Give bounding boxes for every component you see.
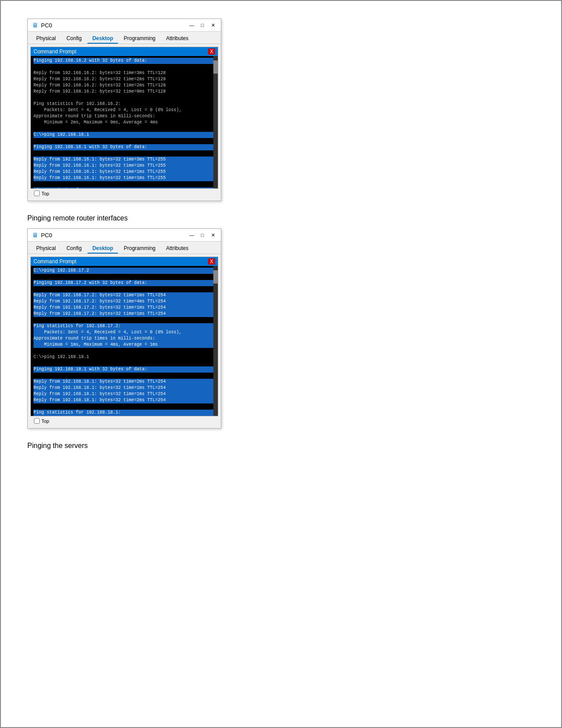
titlebar-second: 🖥 PC0 — □ ✕ [28,229,221,242]
cmd-line: Approximate round trip times in milli-se… [33,336,215,342]
window-content-first: Command Prompt X Pinging 192.168.16.2 wi… [28,44,221,201]
minimize-btn-first[interactable]: — [188,22,195,29]
cmd-titlebar-first: Command Prompt X [31,47,218,56]
top-checkbox-second[interactable]: Top [34,418,49,424]
close-btn-second[interactable]: ✕ [209,231,216,239]
cmd-line: Pinging 192.168.16.1 with 32 bytes of da… [33,144,215,150]
cmd-line: Minimum = 1ms, Maximum = 4ms, Average = … [33,342,215,348]
cmd-line [33,286,215,292]
section-label-1: Pinging remote router interfaces [27,214,535,222]
cmd-line [33,403,215,410]
section-label-2: Pinging the servers [27,442,535,450]
cmd-line: Packets: Sent = 4, Received = 4, Lost = … [33,329,215,336]
cmd-line: Reply from 192.168.18.1: bytes=32 time=2… [33,379,215,385]
window-controls-first: — □ ✕ [188,22,216,29]
cmd-title-text-first: Command Prompt [33,49,76,55]
window-pc0-first: 🖥 PC0 — □ ✕ Physical Config Desktop Prog… [27,19,221,201]
tab-programming-second[interactable]: Programming [119,243,160,254]
tab-desktop-first[interactable]: Desktop [87,34,118,44]
cmd-close-second[interactable]: X [208,258,215,265]
cmd-line: Reply from 192.168.17.2: bytes=32 time=1… [33,305,215,311]
window-controls-second: — □ ✕ [188,231,216,239]
cmd-window-first: Command Prompt X Pinging 192.168.16.2 wi… [30,47,218,189]
window-title-first: PC0 [41,22,52,29]
cmd-line: Reply from 192.168.17.2: bytes=32 time=4… [33,299,215,305]
cmd-line [33,150,215,157]
cmd-body-first[interactable]: Pinging 192.168.16.2 with 32 bytes of da… [31,56,218,188]
title-left-second: 🖥 PC0 [32,231,52,239]
maximize-btn-second[interactable]: □ [199,231,206,239]
cmd-line [33,373,215,379]
cmd-line: C:\>ping 192.168.17.2 [33,268,215,274]
window-content-second: Command Prompt X C:\>ping 192.168.17.2 P… [28,254,221,428]
tab-config-first[interactable]: Config [62,34,87,44]
tabs-first: Physical Config Desktop Programming Attr… [28,32,221,44]
cmd-line [33,138,215,144]
top-checkbox-input-second[interactable] [34,418,40,424]
cmd-line: Reply from 192.168.16.2: bytes=32 time=9… [33,89,215,95]
cmd-line: Reply from 192.168.18.1: bytes=32 time=2… [33,397,215,403]
cmd-line: C:\>ping 192.168.18.1 [33,354,215,360]
tab-programming-first[interactable]: Programming [119,34,160,44]
cmd-line [33,317,215,323]
cmd-line: Reply from 192.168.18.1: bytes=32 time=1… [33,385,215,391]
cmd-line: Ping statistics for 192.168.16.2: [33,101,215,107]
cmd-line [33,360,215,366]
cmd-line: Pinging 192.168.16.2 with 32 bytes of da… [33,58,215,64]
cmd-line: Reply from 192.168.16.1: bytes=32 time=1… [33,175,215,181]
cmd-line: Reply from 192.168.16.2: bytes=32 time=2… [33,76,215,82]
cmd-line: Reply from 192.168.18.1: bytes=32 time=1… [33,391,215,397]
tab-config-second[interactable]: Config [62,243,87,254]
cmd-line: Reply from 192.168.17.2: bytes=32 time=1… [33,311,215,317]
pc-icon-first: 🖥 [32,22,38,29]
cmd-bottom-second: Top [30,416,218,426]
tab-attributes-first[interactable]: Attributes [161,34,194,44]
minimize-btn-second[interactable]: — [188,231,195,239]
cmd-line: Reply from 192.168.16.1: bytes=32 time=1… [33,169,215,175]
cmd-line: Approximate round trip times in milli-se… [33,113,215,119]
cmd-line: Reply from 192.168.17.2: bytes=32 time=1… [33,292,215,299]
tab-attributes-second[interactable]: Attributes [161,243,194,254]
cmd-line [33,64,215,70]
cmd-line: Ping statistics for 192.168.16.1: [33,187,215,188]
window-title-second: PC0 [41,232,52,239]
cmd-line: Reply from 192.168.16.2: bytes=32 time=2… [33,82,215,89]
pc-icon-second: 🖥 [32,231,38,239]
close-btn-first[interactable]: ✕ [209,22,216,29]
cmd-line: Reply from 192.168.16.1: bytes=32 time=1… [33,163,215,169]
titlebar-first: 🖥 PC0 — □ ✕ [28,19,221,32]
cmd-line: Reply from 192.168.16.1: bytes=32 time=3… [33,157,215,163]
cmd-line: Packets: Sent = 4, Received = 4, Lost = … [33,107,215,113]
tab-physical-first[interactable]: Physical [31,34,61,44]
top-checkbox-input-first[interactable] [34,190,40,196]
cmd-line: Pinging 192.168.18.1 with 32 bytes of da… [33,366,215,373]
maximize-btn-first[interactable]: □ [199,22,206,29]
cmd-line [33,126,215,132]
top-checkbox-first[interactable]: Top [34,190,49,196]
tab-desktop-second[interactable]: Desktop [87,243,118,254]
tabs-second: Physical Config Desktop Programming Attr… [28,242,221,254]
cmd-close-first[interactable]: X [208,49,215,55]
window-pc0-second: 🖥 PC0 — □ ✕ Physical Config Desktop Prog… [27,228,221,429]
cmd-body-second[interactable]: C:\>ping 192.168.17.2 Pinging 192.168.17… [31,266,218,416]
cmd-window-second: Command Prompt X C:\>ping 192.168.17.2 P… [30,257,218,416]
cmd-title-text-second: Command Prompt [33,258,76,265]
cmd-line: Pinging 192.168.17.2 with 32 bytes of da… [33,280,215,286]
cmd-line: Minimum = 2ms, Maximum = 9ms, Average = … [33,119,215,126]
cmd-line: Ping statistics for 192.168.17.2: [33,323,215,329]
cmd-line [33,348,215,354]
tab-physical-second[interactable]: Physical [31,243,61,254]
cmd-bottom-first: Top [30,189,218,198]
cmd-line: Ping statistics for 192.168.18.1: [33,410,215,416]
title-left-first: 🖥 PC0 [32,22,52,29]
cmd-line: C:\>ping 192.168.16.1 [33,132,215,138]
cmd-line [33,95,215,101]
cmd-titlebar-second: Command Prompt X [31,257,218,266]
cmd-line: Reply from 192.168.16.2: bytes=32 time=3… [33,70,215,76]
cmd-line [33,181,215,187]
cmd-line [33,274,215,280]
